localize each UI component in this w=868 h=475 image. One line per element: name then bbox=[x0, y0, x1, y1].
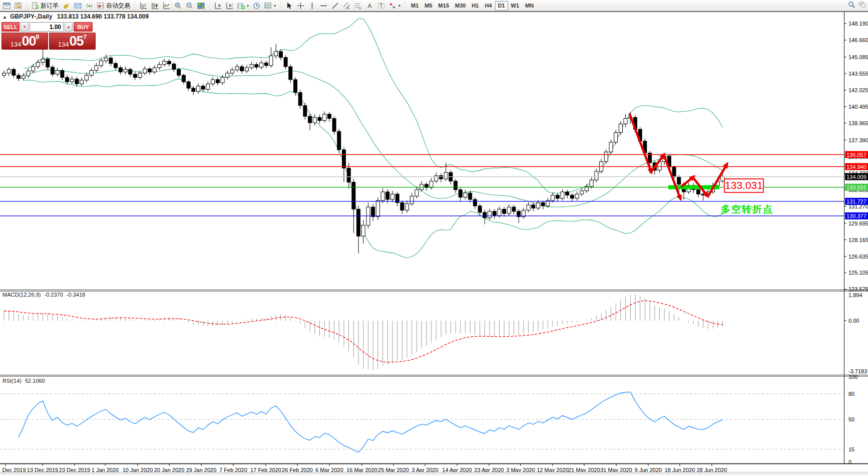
svg-text:123.575: 123.575 bbox=[848, 286, 868, 292]
tab-timeframe-m15[interactable]: M15 bbox=[436, 1, 452, 11]
line-chart-type-icon[interactable] bbox=[161, 1, 172, 11]
svg-text:134.009: 134.009 bbox=[846, 174, 866, 180]
svg-text:142.025: 142.025 bbox=[848, 87, 868, 93]
chart-ohlc-values: 133.813 134.690 133.778 134.009 bbox=[57, 13, 149, 20]
svg-text:143.555: 143.555 bbox=[848, 71, 868, 77]
svg-text:138.965: 138.965 bbox=[848, 120, 868, 126]
tab-timeframe-h4[interactable]: H4 bbox=[482, 1, 495, 11]
svg-text:A: A bbox=[368, 3, 372, 10]
tab-timeframe-mn[interactable]: MN bbox=[522, 1, 537, 11]
tab-timeframe-m1[interactable]: M1 bbox=[408, 1, 421, 11]
new-chart-button[interactable]: ▾ bbox=[235, 1, 251, 11]
one-click-trading-panel: SELL ▼ ▲ BUY 134 00 9 134 05 7 bbox=[2, 22, 96, 50]
tab-timeframe-h1[interactable]: H1 bbox=[469, 1, 482, 11]
buy-button[interactable]: BUY bbox=[74, 22, 93, 32]
profiles-button[interactable]: ▾ bbox=[262, 1, 278, 11]
svg-text:130.377: 130.377 bbox=[846, 213, 866, 219]
candlestick-type-icon[interactable] bbox=[149, 1, 161, 11]
tab-timeframe-m30[interactable]: M30 bbox=[452, 1, 469, 11]
search-icon[interactable] bbox=[848, 1, 855, 9]
gold-icon[interactable] bbox=[61, 1, 72, 11]
clock-icon[interactable] bbox=[251, 1, 262, 11]
price-label-text: 133.031 bbox=[725, 179, 763, 191]
main-toolbar: 新订单 自动交易 ▾ ▾ E F A T ▾ M1 M5 bbox=[0, 0, 868, 12]
svg-text:0.00: 0.00 bbox=[848, 318, 859, 324]
svg-text:T: T bbox=[380, 3, 383, 9]
chevron-down-icon: ▾ bbox=[274, 4, 276, 8]
chart-title: ▲ GBPJPY-,Daily 133.813 134.690 133.778 … bbox=[3, 13, 149, 20]
svg-text:50: 50 bbox=[848, 416, 854, 422]
trendline-tool-icon[interactable] bbox=[329, 1, 341, 11]
new-order-label: 新订单 bbox=[41, 2, 59, 10]
signals-icon[interactable] bbox=[84, 1, 95, 11]
mail-icon[interactable] bbox=[72, 1, 84, 11]
profile-window-icon[interactable] bbox=[13, 1, 24, 11]
svg-text:146.660: 146.660 bbox=[848, 37, 868, 43]
tab-timeframe-w1[interactable]: W1 bbox=[508, 1, 523, 11]
pane-frame bbox=[0, 12, 868, 464]
svg-text:100: 100 bbox=[848, 374, 857, 380]
new-order-button[interactable]: 新订单 bbox=[30, 1, 61, 11]
analyst-annotations: 133.031多空转折点 bbox=[630, 114, 773, 214]
text-tool-icon[interactable]: A bbox=[364, 1, 375, 11]
rsi-pane bbox=[0, 392, 844, 452]
chart-window-icon[interactable] bbox=[1, 1, 13, 11]
toolbar-grip bbox=[26, 2, 28, 10]
mt4-window: 新订单 自动交易 ▾ ▾ E F A T ▾ M1 M5 bbox=[0, 0, 868, 475]
sell-price-tile[interactable]: 134 00 9 bbox=[2, 33, 48, 50]
toolbar-grip bbox=[279, 2, 282, 10]
chart-symbol-period: GBPJPY-,Daily bbox=[10, 13, 52, 20]
svg-text:145.085: 145.085 bbox=[848, 54, 868, 60]
buy-price-sup: 7 bbox=[84, 34, 87, 40]
svg-text:15: 15 bbox=[848, 446, 854, 452]
toolbar-grip bbox=[404, 2, 406, 10]
bar-chart-type-icon[interactable] bbox=[138, 1, 149, 11]
svg-text:137.390: 137.390 bbox=[848, 137, 868, 143]
collapse-triangle-icon[interactable]: ▲ bbox=[3, 15, 7, 20]
svg-text:F: F bbox=[359, 7, 361, 10]
text-label-tool-icon[interactable]: T bbox=[375, 1, 387, 11]
status-strip bbox=[0, 472, 868, 475]
chart-canvas[interactable]: 133.031多空转折点148.190146.660145.085143.555… bbox=[0, 12, 868, 475]
svg-text:128.165: 128.165 bbox=[848, 237, 868, 243]
autoscroll-icon[interactable] bbox=[212, 1, 224, 11]
fibonacci-tool-icon[interactable]: F bbox=[352, 1, 364, 11]
svg-text:129.695: 129.695 bbox=[848, 220, 868, 226]
sell-price-sup: 9 bbox=[36, 34, 40, 40]
sell-price-prefix: 134 bbox=[11, 41, 22, 48]
lot-size-input[interactable] bbox=[30, 22, 64, 32]
lot-decrease-button[interactable]: ▼ bbox=[21, 22, 29, 32]
chat-icon[interactable] bbox=[858, 1, 866, 9]
arrows-tool-button[interactable]: ▾ bbox=[387, 1, 402, 11]
autotrading-button[interactable]: 自动交易 bbox=[95, 1, 132, 11]
sell-button[interactable]: SELL bbox=[2, 22, 20, 32]
macd-pane-label: MACD(12,26,9) -0.2370 -0.3418 bbox=[3, 292, 85, 298]
crosshair-tool-icon[interactable] bbox=[295, 1, 306, 11]
svg-text:125.105: 125.105 bbox=[848, 270, 868, 276]
svg-text:126.635: 126.635 bbox=[848, 254, 868, 260]
candlesticks bbox=[3, 44, 725, 254]
svg-text:133.031: 133.031 bbox=[846, 184, 866, 190]
zoom-in-icon[interactable] bbox=[172, 1, 184, 11]
svg-text:134.940: 134.940 bbox=[846, 164, 866, 170]
tab-timeframe-d1[interactable]: D1 bbox=[495, 1, 508, 11]
lot-increase-button[interactable]: ▲ bbox=[65, 22, 73, 32]
sell-price-big: 00 bbox=[22, 35, 36, 48]
svg-text:136.057: 136.057 bbox=[846, 152, 866, 158]
horizontal-line-tool-icon[interactable] bbox=[318, 1, 329, 11]
buy-price-tile[interactable]: 134 05 7 bbox=[49, 33, 96, 50]
chevron-down-icon: ▾ bbox=[398, 4, 400, 8]
toolbar-grip bbox=[134, 2, 136, 10]
chart-shift-icon[interactable] bbox=[224, 1, 235, 11]
channel-tool-icon[interactable]: E bbox=[341, 1, 352, 11]
zoom-out-icon[interactable] bbox=[184, 1, 195, 11]
note-text: 多空转折点 bbox=[721, 204, 773, 214]
vertical-line-tool-icon[interactable] bbox=[306, 1, 318, 11]
svg-text:140.495: 140.495 bbox=[848, 104, 868, 110]
buy-price-prefix: 134 bbox=[58, 41, 69, 48]
svg-text:1.894: 1.894 bbox=[848, 292, 862, 298]
tile-windows-icon[interactable] bbox=[195, 1, 207, 11]
cursor-tool-icon[interactable] bbox=[283, 1, 295, 11]
tab-timeframe-m5[interactable]: M5 bbox=[421, 1, 435, 11]
svg-text:0: 0 bbox=[848, 459, 851, 465]
